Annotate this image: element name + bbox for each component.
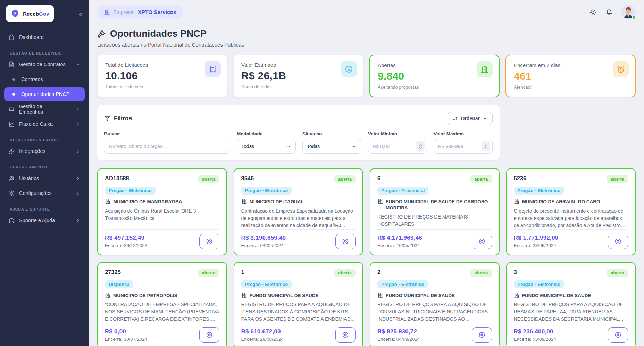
- situacao-label: Situacao: [302, 131, 361, 137]
- view-details-button[interactable]: [335, 234, 356, 249]
- notifications-button[interactable]: [605, 8, 613, 17]
- opportunity-deadline: Encerra: 30/07/2024: [105, 337, 147, 342]
- divider: [105, 323, 219, 327]
- gear-icon: [8, 190, 15, 197]
- view-details-button[interactable]: [335, 327, 356, 343]
- stepper-control[interactable]: [482, 141, 490, 151]
- users-icon: [8, 175, 15, 182]
- eye-icon: [478, 331, 486, 339]
- building-icon: [377, 292, 383, 298]
- sidebar-item-gestao-empenhos[interactable]: Gestão de Empenhos: [4, 102, 85, 116]
- eye-icon: [614, 238, 622, 245]
- view-details-button[interactable]: [199, 234, 219, 249]
- situacao-select[interactable]: Todas: [302, 139, 361, 154]
- modality-tag: Pregão - Eletrônico: [377, 280, 428, 288]
- valor-minimo-input[interactable]: R$ 0,00: [368, 139, 427, 154]
- sidebar-item-usuarios[interactable]: Usuários: [4, 171, 85, 185]
- opportunity-description: O objeto do presente instrumento é contr…: [514, 207, 628, 229]
- sidebar-item-dashboard[interactable]: Dashboard: [4, 30, 85, 44]
- stat-sub: Todas as licitacoes: [105, 84, 219, 89]
- section-gestao-recebiveis: GESTÃO DE RECEBÍVEIS: [4, 51, 85, 55]
- stat-value: 9.840: [378, 70, 491, 82]
- opportunity-deadline: Encerra: 04/02/2024: [241, 243, 286, 248]
- sidebar-item-label: Fluxo de Caixa: [19, 121, 53, 127]
- building-icon: [105, 198, 111, 204]
- view-details-button[interactable]: [608, 327, 628, 343]
- modality-tag: Pregão - Presencial: [377, 187, 428, 195]
- opportunity-id: 6: [377, 175, 380, 182]
- organization-name: MUNICIPIO DE ITAGUAI: [250, 199, 302, 205]
- opportunity-value: R$ 3.190.859,40: [241, 234, 286, 241]
- stat-encerram-7-dias: Encerram em 7 dias 461 Atencao!: [505, 55, 636, 97]
- opportunity-deadline: Encerra: 04/09/2024: [377, 337, 420, 342]
- building-icon: [377, 198, 383, 204]
- sidebar-item-contratos[interactable]: Contratos: [4, 72, 85, 86]
- sidebar-item-gestao-contratos[interactable]: Gestão de Contratos: [4, 57, 85, 71]
- modality-tag: Pregão - Eletrônico: [105, 187, 156, 195]
- modalidade-label: Modalidade: [237, 131, 296, 137]
- organization-name: FUNDO MUNICIPAL DE SAUDE: [250, 293, 319, 299]
- stat-label: Encerram em 7 dias: [514, 62, 627, 68]
- user-avatar[interactable]: [621, 5, 636, 19]
- sidebar-item-integracoes[interactable]: Integrações: [4, 144, 85, 158]
- filters-panel: Filtros Ordenar Buscar Modalidade Todas: [97, 105, 500, 160]
- sidebar-item-label: Suporte e Ajuda: [19, 217, 55, 223]
- divider: [514, 323, 628, 327]
- opportunity-id: AD13588: [105, 175, 129, 182]
- modalidade-select[interactable]: Todas: [237, 139, 296, 154]
- company-selector[interactable]: Empresa: XPTO Serviços: [97, 5, 183, 19]
- opportunity-card: 27325 aberta Dispensa MUNICIPIO DE PETRO…: [97, 262, 227, 346]
- sidebar-menu: Dashboard GESTÃO DE RECEBÍVEIS Gestão de…: [0, 29, 89, 228]
- divider: [241, 323, 356, 327]
- ticket-icon: [8, 106, 15, 113]
- brand-text: RecebGov: [23, 11, 49, 17]
- stat-valor-estimado: Valor Estimado R$ 26,1B Soma de todas: [233, 55, 363, 97]
- chevron-down-icon: [352, 144, 357, 149]
- opportunity-id: 3: [514, 269, 517, 275]
- building-icon: [514, 292, 520, 298]
- organization-name: MUNICIPIO DE ARRAIAL DO CABO: [522, 199, 600, 205]
- stats-row: Total de Licitacoes 10.106 Todas as lici…: [97, 55, 636, 97]
- divider: [241, 229, 356, 234]
- eye-icon: [342, 238, 349, 245]
- opportunity-deadline: Encerra: 19/05/2024: [377, 243, 422, 248]
- bell-icon: [605, 9, 613, 16]
- eye-icon: [206, 331, 213, 339]
- eye-icon: [342, 331, 349, 339]
- modality-tag: Pregão - Eletrônico: [241, 187, 292, 195]
- sort-button[interactable]: Ordenar: [448, 112, 493, 125]
- search-input[interactable]: [104, 139, 230, 154]
- sidebar-collapse-button[interactable]: «: [77, 9, 84, 18]
- chevron-right-icon: [75, 107, 81, 112]
- sidebar-item-label: Configurações: [19, 190, 52, 196]
- sidebar-item-suporte-ajuda[interactable]: Suporte e Ajuda: [4, 213, 85, 227]
- sidebar-item-oportunidades-pncp[interactable]: Oportunidades PNCP: [4, 87, 85, 101]
- divider: [377, 229, 492, 234]
- sidebar-item-label: Contratos: [21, 76, 43, 82]
- opportunity-card: 2 aberta Pregão - Eletrônico FUNDO MUNIC…: [370, 262, 500, 346]
- opportunity-value: R$ 825.930,72: [377, 328, 420, 335]
- opportunity-deadline: Encerra: 26/12/2023: [105, 243, 147, 248]
- gavel-icon: [97, 30, 106, 38]
- sidebar-item-fluxo-caixa[interactable]: Fluxo de Caixa: [4, 117, 85, 131]
- theme-toggle-button[interactable]: [588, 8, 597, 17]
- stat-value: 461: [514, 70, 627, 82]
- opportunity-card: 3 aberta Pregão - Eletrônico FUNDO MUNIC…: [506, 262, 636, 346]
- stat-value: R$ 26,1B: [241, 70, 356, 82]
- view-details-button[interactable]: [472, 327, 492, 343]
- view-details-button[interactable]: [199, 327, 219, 343]
- view-details-button[interactable]: [472, 234, 492, 249]
- stat-sub: Aceitando propostas: [378, 84, 491, 90]
- modality-tag: Pregão - Eletrônico: [241, 280, 292, 288]
- view-details-button[interactable]: [608, 234, 628, 249]
- opportunity-card: 6 aberta Pregão - Presencial FUNDO MUNIC…: [370, 168, 500, 255]
- stat-total-licitacoes: Total de Licitacoes 10.106 Todas as lici…: [97, 55, 227, 97]
- status-badge: aberta: [607, 269, 628, 277]
- sun-icon: [589, 9, 596, 16]
- stepper-control[interactable]: [416, 141, 425, 151]
- sidebar-item-configuracoes[interactable]: Configurações: [4, 186, 85, 200]
- eye-icon: [206, 238, 213, 245]
- valor-maximo-input[interactable]: R$ 999.999: [434, 139, 493, 154]
- shield-logo-icon: [10, 9, 20, 18]
- opportunity-value: R$ 1.771.992,00: [514, 234, 559, 241]
